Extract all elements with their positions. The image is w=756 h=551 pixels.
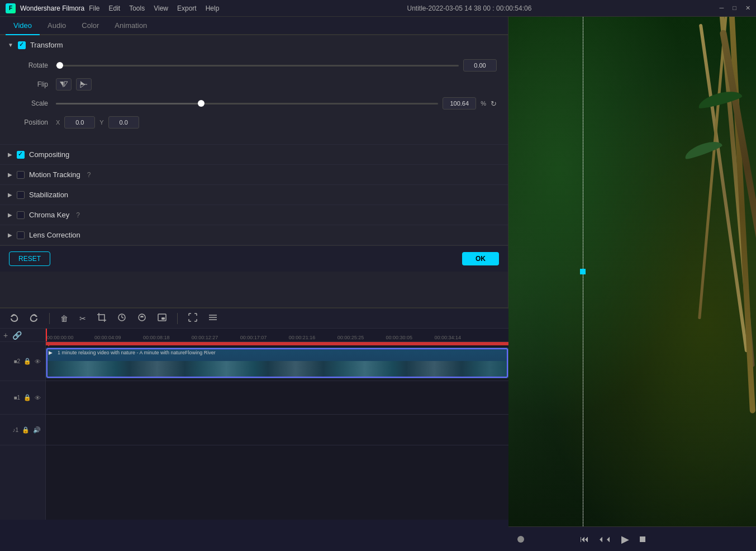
titlebar: F Wondershare Filmora File Edit Tools Vi… [0, 0, 756, 17]
track-2-number: ■2 [13, 358, 20, 364]
tab-video[interactable]: Video [6, 17, 40, 35]
color-icon [137, 313, 146, 322]
redo-button[interactable] [27, 311, 41, 325]
rotate-slider[interactable] [56, 65, 459, 66]
menu-bar: File Edit Tools View Export Help [89, 4, 219, 12]
menu-export[interactable]: Export [177, 4, 197, 12]
time-mark-0: 00:00:00:00 [47, 335, 74, 340]
menu-file[interactable]: File [89, 4, 99, 12]
track-2-lock-icon[interactable]: 🔒 [23, 358, 31, 365]
tab-audio[interactable]: Audio [40, 17, 74, 35]
flip-horizontal-button[interactable] [56, 78, 72, 91]
track-1-number: ■1 [13, 395, 20, 401]
ok-button[interactable]: OK [462, 252, 499, 265]
position-label: Position [11, 118, 56, 126]
speed-button[interactable] [115, 311, 129, 325]
menu-help[interactable]: Help [206, 4, 220, 12]
y-input[interactable] [108, 116, 139, 129]
fullscreen-button[interactable] [186, 311, 200, 325]
app-logo: F [6, 3, 16, 13]
chroma-key-chevron: ▶ [8, 212, 12, 218]
crop-button[interactable] [94, 311, 109, 325]
menu-edit[interactable]: Edit [109, 4, 121, 12]
toolbar-separator-1 [49, 313, 50, 324]
video-track-1[interactable] [46, 381, 508, 415]
delete-button[interactable]: 🗑 [58, 312, 71, 325]
seek-start-button[interactable]: ⏮ [577, 532, 592, 547]
video-track-2[interactable]: ▶ 1 minute relaxing video with nature - … [46, 342, 508, 381]
lens-correction-checkbox[interactable] [17, 231, 25, 239]
reset-button[interactable]: RESET [9, 251, 50, 266]
compositing-chevron: ▶ [8, 151, 12, 158]
video-clip-2[interactable]: ▶ 1 minute relaxing video with nature - … [46, 348, 508, 378]
stabilization-checkbox[interactable] [17, 191, 25, 199]
tab-bar: Video Audio Color Animation [0, 17, 508, 35]
rotate-input[interactable] [463, 59, 497, 72]
flip-v-icon [79, 80, 88, 88]
track-1-visibility-icon[interactable]: 👁 [35, 395, 41, 401]
rotate-control [56, 59, 497, 72]
compositing-checkbox[interactable] [17, 151, 25, 159]
chroma-key-checkbox[interactable] [17, 211, 25, 219]
menu-view[interactable]: View [154, 4, 168, 12]
time-ruler[interactable]: 00:00:00:00 00:00:04:09 00:00:08:18 00:0… [46, 329, 508, 342]
scale-input[interactable] [443, 97, 476, 110]
track-2-visibility-icon[interactable]: 👁 [35, 358, 41, 365]
minimize-icon[interactable]: ─ [720, 4, 724, 12]
step-back-button[interactable]: ⏴⏴ [595, 533, 616, 545]
rotate-thumb[interactable] [56, 62, 63, 69]
preview-controls: ⏮ ⏴⏴ ▶ ⏹ [508, 526, 756, 551]
transform-title: Transform [30, 41, 63, 49]
compositing-header[interactable]: ▶ Compositing [0, 145, 508, 164]
add-track-icon[interactable]: + [3, 331, 8, 340]
audio-track[interactable] [46, 415, 508, 445]
link-tracks-icon[interactable]: 🔗 [12, 331, 22, 340]
clip-play-icon: ▶ [49, 350, 53, 355]
play-button[interactable]: ▶ [618, 531, 633, 548]
tab-color[interactable]: Color [74, 17, 107, 35]
flip-vertical-button[interactable] [76, 78, 92, 91]
lens-correction-header[interactable]: ▶ Lens Correction [0, 225, 508, 245]
transform-header[interactable]: ▼ Transform [0, 35, 508, 55]
motion-tracking-checkbox[interactable] [17, 171, 25, 179]
toolbar-separator-2 [177, 313, 178, 324]
close-icon[interactable]: ✕ [745, 4, 750, 12]
x-input[interactable] [64, 116, 95, 129]
scale-reset-icon[interactable]: ↻ [491, 99, 497, 108]
motion-tracking-section: ▶ Motion Tracking ? [0, 165, 508, 185]
chroma-key-help-icon[interactable]: ? [76, 211, 80, 219]
position-row: Position X Y [11, 116, 497, 129]
stabilization-title: Stabilization [29, 191, 68, 199]
audio-track-header: ♪1 🔒 🔊 [0, 415, 45, 445]
scale-row: Scale % ↻ [11, 97, 497, 110]
audio-lock-icon[interactable]: 🔒 [22, 426, 30, 434]
properties-footer: RESET OK [0, 245, 508, 272]
audio-volume-icon[interactable]: 🔊 [33, 426, 41, 434]
transform-checkbox[interactable] [18, 41, 26, 49]
motion-tracking-header[interactable]: ▶ Motion Tracking ? [0, 165, 508, 184]
maximize-icon[interactable]: □ [733, 4, 736, 12]
settings-button[interactable] [206, 311, 220, 325]
stop-button[interactable]: ⏹ [635, 532, 650, 547]
chroma-key-section: ▶ Chroma Key ? [0, 205, 508, 225]
flip-row: Flip [11, 78, 497, 91]
playhead-line[interactable] [46, 329, 47, 341]
timeline-with-headers: + 🔗 ■2 🔒 👁 ■1 🔒 [0, 329, 508, 520]
svg-marker-2 [64, 82, 68, 87]
transform-chevron: ▼ [8, 42, 13, 48]
cut-button[interactable]: ✂ [77, 312, 89, 325]
undo-button[interactable] [7, 311, 21, 325]
lens-correction-title: Lens Correction [29, 231, 80, 239]
scale-thumb[interactable] [198, 100, 205, 107]
chroma-key-header[interactable]: ▶ Chroma Key ? [0, 205, 508, 225]
stabilization-header[interactable]: ▶ Stabilization [0, 185, 508, 205]
menu-tools[interactable]: Tools [129, 4, 145, 12]
pip-button[interactable] [155, 311, 169, 325]
time-mark-8: 00:00:34:14 [435, 335, 462, 340]
motion-tracking-help-icon[interactable]: ? [87, 171, 91, 179]
scale-label: Scale [11, 99, 56, 107]
scale-slider[interactable] [56, 103, 438, 104]
color-button[interactable] [135, 311, 149, 325]
track-1-lock-icon[interactable]: 🔒 [23, 394, 31, 401]
tab-animation[interactable]: Animation [107, 17, 155, 35]
